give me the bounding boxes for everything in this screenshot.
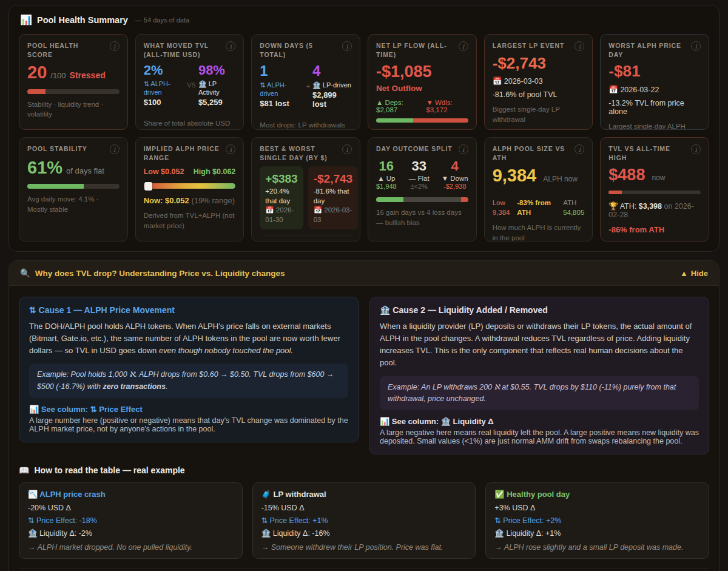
card-alph-pool-size: ALPH POOL SIZE VS ATH 9,384 ALPH now Low…	[484, 137, 593, 242]
health-score-bar	[27, 89, 120, 94]
example-card-healthy-day: ✅ Healthy pool day +3% USD Δ ⇅ Price Eff…	[485, 482, 709, 559]
info-icon[interactable]	[342, 41, 352, 51]
vs-label: VS	[187, 81, 196, 89]
info-icon[interactable]	[342, 144, 352, 154]
outcome-split-bar	[376, 197, 468, 202]
pool-health-summary-panel: 📊 Pool Health Summary — 54 days of data …	[8, 5, 720, 252]
info-icon[interactable]	[110, 41, 120, 51]
flat-days-column: 33 — Flat ±<2%	[409, 158, 430, 190]
card-title: WHAT MOVED TVL (ALL-TIME USD)	[144, 41, 223, 59]
card-title: LARGEST LP EVENT	[493, 41, 565, 51]
info-icon[interactable]	[691, 144, 701, 154]
cause-1-see-column: 📊 See column: ⇅ Price Effect	[29, 405, 348, 414]
lp-activity-amount: $5,259	[198, 98, 235, 107]
tvl-ath-line: 🏆 ATH: $3,398 on 2026-02-28	[608, 201, 701, 219]
stability-value: 61%	[27, 158, 62, 177]
best-pct-stat: Best %: +20.4% 2026-01-30	[260, 240, 302, 242]
net-flow-status: Net Outflow	[376, 84, 468, 93]
range-now-value: Now: $0.052	[144, 196, 189, 205]
best-day-value: +$383	[265, 171, 297, 187]
alph-driven-pct: 2%	[144, 63, 185, 78]
info-icon[interactable]	[575, 144, 584, 154]
price-effect: ⇅ Price Effect: +1%	[261, 516, 467, 525]
lp-driven-label: 🏦 LP-driven	[312, 81, 352, 89]
worst-day-box: -$2,743 -81.6% that day 📅 2026-03-03	[308, 166, 358, 229]
cause-2-body: When a liquidity provider (LP) deposits …	[380, 320, 699, 370]
stability-suffix: of days flat	[66, 166, 104, 175]
card-title: DOWN DAYS (5 TOTAL)	[260, 41, 339, 59]
explainer-header[interactable]: 🔍 Why does TVL drop? Understanding Price…	[9, 261, 719, 286]
worst-day-value: -$2,743	[314, 171, 352, 187]
info-icon[interactable]	[459, 144, 468, 154]
net-flow-value: -$1,085	[376, 63, 468, 80]
usd-delta: -20% USD Δ	[28, 504, 234, 512]
card-title: WORST ALPH PRICE DAY	[608, 41, 687, 59]
up-days-column: 16 ▲ Up $1,948	[376, 158, 397, 190]
lp-activity-label: 🏦 LP Activity	[198, 79, 235, 97]
price-effect: ⇅ Price Effect: -18%	[28, 516, 234, 525]
days-of-data-subtitle: — 54 days of data	[135, 16, 189, 24]
chart-icon: 📊	[20, 14, 32, 25]
card-title: POOL HEALTH SCORE	[27, 41, 106, 59]
alph-driven-label: ⇅ ALPH-driven	[144, 79, 185, 97]
info-icon[interactable]	[226, 144, 235, 154]
card-pool-stability: POOL STABILITY 61% of days flat Avg dail…	[19, 137, 128, 242]
info-icon[interactable]	[575, 41, 584, 51]
card-worst-alph-price-day: WORST ALPH PRICE DAY -$81 📅 2026-03-22 -…	[600, 34, 709, 130]
example-title: 🧳 LP withdrawal	[261, 490, 467, 499]
current-price-marker[interactable]	[144, 182, 152, 191]
card-down-days: DOWN DAYS (5 TOTAL) 1 ⇅ ALPH-driven $81 …	[251, 34, 360, 130]
card-title: DAY OUTCOME SPLIT	[376, 144, 453, 154]
worst-price-value: -$81	[608, 63, 701, 79]
worst-price-date: 📅 2026-03-22	[608, 85, 701, 94]
conclusion: → ALPH rose slightly and a small LP depo…	[494, 543, 700, 552]
health-note: Stability · liquidity trend · volatility	[27, 100, 120, 120]
cause-1-example: Example: Pool holds 1,000 ℵ. ALPH drops …	[29, 363, 348, 398]
hide-toggle-button[interactable]: ▲ Hide	[680, 269, 708, 278]
plus-separator: +	[306, 83, 310, 90]
down-days-note: Most drops: LP withdrawals	[260, 120, 352, 130]
pool-size-note: How much ALPH is currently in the pool	[493, 223, 585, 242]
magnifier-icon: 🔍	[20, 268, 30, 278]
triangle-up-icon: ▲	[680, 269, 688, 278]
tvl-explainer-panel: 🔍 Why does TVL drop? Understanding Price…	[8, 260, 720, 571]
range-high-label: High $0.062	[194, 167, 235, 176]
card-title: TVL VS ALL-TIME HIGH	[608, 144, 687, 162]
card-title: BEST & WORST SINGLE DAY (BY $)	[260, 144, 339, 162]
card-largest-lp-event: LARGEST LP EVENT -$2,743 📅 2026-03-03 -8…	[484, 34, 593, 130]
tvl-drop-from-ath: -86% from ATH	[608, 225, 701, 234]
explainer-footer-note: ⇅ Price Effect + 🏦 Liquidity Δ always su…	[19, 569, 709, 571]
explainer-title: Why does TVL drop? Understanding Price v…	[35, 269, 285, 278]
net-flow-bar	[376, 118, 468, 123]
info-icon[interactable]	[459, 41, 468, 51]
conclusion: → ALPH market dropped. No one pulled liq…	[28, 543, 234, 552]
range-low-label: Low $0.052	[144, 167, 184, 176]
info-icon[interactable]	[226, 41, 235, 51]
tvl-ath-bar	[608, 191, 701, 194]
pool-size-suffix: ALPH now	[543, 175, 578, 183]
best-day-date: 📅 2026-01-30	[265, 206, 297, 225]
pool-size-value: 9,384	[493, 166, 537, 184]
worst-price-note: Largest single-day ALPH price TVL loss	[608, 121, 701, 130]
card-pool-health-score: POOL HEALTH SCORE 20 /100 Stressed Stabi…	[19, 34, 128, 130]
card-what-moved-tvl: WHAT MOVED TVL (ALL-TIME USD) 2% ⇅ ALPH-…	[135, 34, 244, 130]
cause-2-title: 🏦 Cause 2 — Liquidity Added / Removed	[380, 305, 699, 315]
lp-activity-pct: 98%	[198, 63, 235, 78]
worst-price-detail: -13.2% TVL from price alone	[608, 99, 701, 116]
book-icon: 📖	[19, 465, 29, 475]
tvl-now-value: $488	[608, 166, 645, 183]
cause-2-liquidity-change: 🏦 Cause 2 — Liquidity Added / Removed Wh…	[369, 297, 709, 454]
health-score-value: 20	[27, 63, 47, 81]
stability-note: Avg daily move: 4.1% · Mostly stable	[27, 194, 120, 214]
health-status: Stressed	[70, 70, 106, 80]
how-to-read-section: 📖 How to read the table — real example 📉…	[19, 465, 709, 559]
card-best-worst-day: BEST & WORST SINGLE DAY (BY $) +$383 +20…	[251, 137, 360, 242]
page-title: Pool Health Summary	[37, 15, 128, 25]
info-icon[interactable]	[691, 41, 701, 51]
lp-driven-lost: $2,899 lost	[312, 90, 352, 109]
usd-delta: +3% USD Δ	[494, 504, 700, 512]
alph-driven-count: 1	[260, 63, 303, 79]
price-range-gradient-bar	[144, 183, 236, 189]
info-icon[interactable]	[110, 144, 120, 154]
cause-1-price-movement: ⇅ Cause 1 — ALPH Price Movement The DOH/…	[19, 297, 359, 442]
